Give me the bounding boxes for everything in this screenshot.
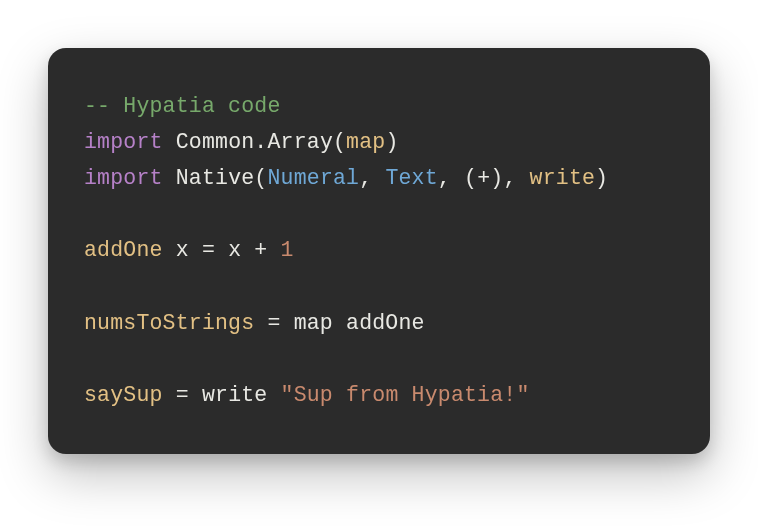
fn-ref: write	[202, 383, 268, 407]
kw-import: import	[84, 166, 163, 190]
code-card: -- Hypatia code import Common.Array(map)…	[48, 48, 710, 454]
expr: x	[215, 238, 254, 262]
paren-open: (	[254, 166, 267, 190]
paren-open: (	[333, 130, 346, 154]
space	[267, 383, 280, 407]
op-plus: +	[477, 166, 490, 190]
fn-ref: addOne	[346, 311, 425, 335]
space	[333, 311, 346, 335]
comma: ,	[503, 166, 529, 190]
kw-import: import	[84, 130, 163, 154]
equals: =	[202, 238, 215, 262]
comma: ,	[438, 166, 464, 190]
module-name: Common	[176, 130, 255, 154]
def-name: saySup	[84, 383, 163, 407]
dot: .	[254, 130, 267, 154]
paren-close: )	[490, 166, 503, 190]
paren-close: )	[595, 166, 608, 190]
equals: =	[163, 383, 202, 407]
paren-close: )	[385, 130, 398, 154]
fn-ref: map	[294, 311, 333, 335]
equals: =	[254, 311, 293, 335]
string-literal: "Sup from Hypatia!"	[281, 383, 530, 407]
def-name: numsToStrings	[84, 311, 254, 335]
arg: x	[163, 238, 202, 262]
op-plus: +	[254, 238, 267, 262]
paren-open: (	[464, 166, 477, 190]
module-name: Native	[176, 166, 255, 190]
comma: ,	[359, 166, 385, 190]
fn-name: map	[346, 130, 385, 154]
number-literal: 1	[281, 238, 294, 262]
def-name: addOne	[84, 238, 163, 262]
code-block: -- Hypatia code import Common.Array(map)…	[84, 88, 674, 413]
space	[267, 238, 280, 262]
type-name: Numeral	[267, 166, 359, 190]
fn-name: write	[530, 166, 596, 190]
code-comment: -- Hypatia code	[84, 94, 281, 118]
type-name: Text	[385, 166, 437, 190]
module-name: Array	[267, 130, 333, 154]
